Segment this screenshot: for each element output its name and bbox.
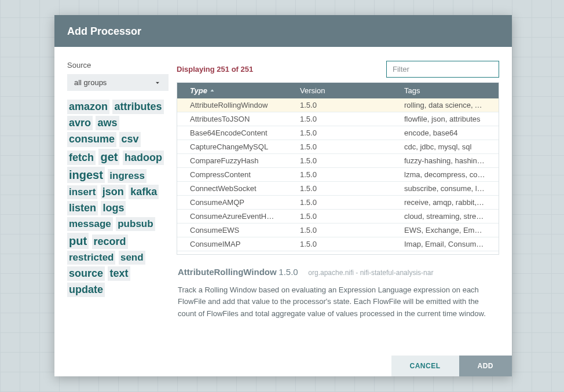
tag-cloud: amazon attributes avro aws consume csv f…	[67, 99, 169, 298]
table-row[interactable]: AttributeRollingWindow1.5.0rolling, data…	[177, 98, 499, 112]
detail-panel: AttributeRollingWindow 1.5.0 org.apache.…	[177, 255, 499, 320]
source-select[interactable]: all groups	[67, 74, 169, 91]
cell-type: CompareFuzzyHash	[177, 153, 287, 168]
tag-record[interactable]: record	[92, 235, 128, 249]
sidebar: Source all groups amazon attributes avro…	[67, 61, 169, 350]
cell-tags: jms, receive, get, consume, me...	[391, 250, 499, 254]
tag-ingest[interactable]: ingest	[67, 167, 105, 183]
main-panel: Displaying 251 of 251 Type Version Tags …	[177, 61, 499, 350]
cell-tags: cdc, jdbc, mysql, sql	[391, 139, 499, 155]
dialog-footer: CANCEL ADD	[54, 356, 512, 376]
tag-hadoop[interactable]: hadoop	[123, 151, 164, 165]
column-header-type[interactable]: Type	[177, 83, 287, 98]
detail-title: AttributeRollingWindow 1.5.0 org.apache.…	[178, 265, 498, 279]
table-row[interactable]: ConsumeEWS1.5.0EWS, Exchange, Email, Con…	[177, 224, 499, 237]
filter-input[interactable]	[386, 61, 499, 78]
cell-version: 1.5.0	[287, 153, 391, 168]
cell-type: ConsumeEWS	[177, 222, 287, 238]
detail-version: 1.5.0	[279, 267, 298, 277]
table-row[interactable]: ConsumeIMAP1.5.0Imap, Email, Consume, In…	[177, 237, 499, 251]
cell-version: 1.5.0	[287, 222, 391, 238]
cell-type: ConsumeAzureEventHub	[177, 208, 287, 224]
tag-insert[interactable]: insert	[67, 185, 97, 199]
cell-tags: fuzzy-hashing, hashing, cyber-...	[391, 153, 499, 168]
main-top: Displaying 251 of 251	[177, 61, 499, 78]
table-row[interactable]: ConnectWebSocket1.5.0subscribe, consume,…	[177, 182, 499, 196]
cell-tags: EWS, Exchange, Email, Consu...	[391, 222, 499, 238]
column-header-version[interactable]: Version	[287, 83, 391, 98]
tag-consume[interactable]: consume	[67, 132, 116, 146]
add-processor-dialog: Add Processor Source all groups amazon a…	[54, 15, 512, 376]
cancel-button[interactable]: CANCEL	[391, 356, 459, 376]
cell-version: 1.5.0	[287, 236, 391, 252]
detail-description: Track a Rolling Window based on evaluati…	[178, 284, 498, 319]
tag-attributes[interactable]: attributes	[112, 100, 163, 114]
tag-put[interactable]: put	[67, 233, 89, 249]
tag-text[interactable]: text	[108, 266, 130, 281]
cell-tags: receive, amqp, rabbit, get, cons...	[391, 195, 499, 210]
dialog-header: Add Processor	[54, 15, 512, 47]
cell-type: ConsumeAMQP	[177, 195, 287, 210]
detail-package: org.apache.nifi - nifi-stateful-analysis…	[308, 269, 433, 277]
cell-tags: cloud, streaming, streams, eve...	[391, 208, 499, 224]
tag-update[interactable]: update	[67, 283, 105, 297]
table-row[interactable]: CompressContent1.5.0lzma, decompress, co…	[177, 168, 499, 182]
cell-version: 1.5.0	[287, 125, 391, 141]
table-row[interactable]: ConsumeJMS1.5.0jms, receive, get, consum…	[177, 251, 499, 254]
tag-json[interactable]: json	[101, 185, 126, 199]
tag-amazon[interactable]: amazon	[67, 100, 109, 114]
table-row[interactable]: CaptureChangeMySQL1.5.0cdc, jdbc, mysql,…	[177, 140, 499, 154]
table-row[interactable]: CompareFuzzyHash1.5.0fuzzy-hashing, hash…	[177, 154, 499, 168]
tag-csv[interactable]: csv	[119, 132, 140, 146]
cell-type: ConsumeIMAP	[177, 236, 287, 252]
source-label: Source	[67, 61, 169, 69]
table-row[interactable]: AttributesToJSON1.5.0flowfile, json, att…	[177, 112, 499, 126]
tag-fetch[interactable]: fetch	[67, 151, 96, 165]
tag-pubsub[interactable]: pubsub	[116, 217, 155, 231]
cell-tags: Imap, Email, Consume, Ingest, ...	[391, 236, 499, 252]
cell-version: 1.5.0	[287, 250, 391, 254]
tag-restricted[interactable]: restricted	[67, 251, 115, 265]
cell-type: CaptureChangeMySQL	[177, 139, 287, 155]
table-row[interactable]: ConsumeAzureEventHub1.5.0cloud, streamin…	[177, 210, 499, 224]
dialog-title: Add Processor	[67, 25, 499, 38]
tag-avro[interactable]: avro	[67, 116, 93, 130]
cell-version: 1.5.0	[287, 167, 391, 182]
cell-type: AttributesToJSON	[177, 111, 287, 127]
table-row[interactable]: Base64EncodeContent1.5.0encode, base64	[177, 126, 499, 140]
cell-tags: flowfile, json, attributes	[391, 111, 499, 127]
table-body[interactable]: AttributeRollingWindow1.5.0rolling, data…	[177, 98, 499, 254]
cell-version: 1.5.0	[287, 181, 391, 196]
tag-message[interactable]: message	[67, 217, 113, 231]
dialog-body: Source all groups amazon attributes avro…	[54, 47, 512, 356]
column-header-tags[interactable]: Tags	[391, 83, 499, 98]
tag-get[interactable]: get	[98, 149, 119, 165]
cell-type: CompressContent	[177, 167, 287, 182]
cell-version: 1.5.0	[287, 208, 391, 224]
cell-version: 1.5.0	[287, 139, 391, 155]
cell-version: 1.5.0	[287, 195, 391, 210]
cell-tags: lzma, decompress, compress, ...	[391, 167, 499, 182]
tag-source[interactable]: source	[67, 266, 105, 281]
source-select-value: all groups	[74, 78, 107, 87]
tag-aws[interactable]: aws	[96, 116, 119, 130]
tag-listen[interactable]: listen	[67, 201, 98, 215]
processor-table: Type Version Tags AttributeRollingWindow…	[177, 82, 499, 255]
tag-send[interactable]: send	[119, 251, 145, 265]
cell-version: 1.5.0	[287, 111, 391, 127]
table-row[interactable]: ConsumeAMQP1.5.0receive, amqp, rabbit, g…	[177, 196, 499, 210]
cell-type: ConnectWebSocket	[177, 181, 287, 196]
result-count: Displaying 251 of 251	[177, 65, 253, 74]
chevron-down-icon	[153, 79, 162, 87]
detail-name: AttributeRollingWindow	[178, 267, 277, 277]
tag-logs[interactable]: logs	[101, 201, 126, 215]
add-button[interactable]: ADD	[459, 356, 512, 376]
cell-type: ConsumeJMS	[177, 250, 287, 254]
table-header: Type Version Tags	[177, 83, 499, 98]
cell-tags: encode, base64	[391, 125, 499, 141]
tag-ingress[interactable]: ingress	[108, 169, 146, 183]
sort-asc-icon	[210, 88, 215, 93]
tag-kafka[interactable]: kafka	[129, 185, 159, 199]
cell-tags: subscribe, consume, listen, We...	[391, 181, 499, 196]
cell-type: Base64EncodeContent	[177, 125, 287, 141]
